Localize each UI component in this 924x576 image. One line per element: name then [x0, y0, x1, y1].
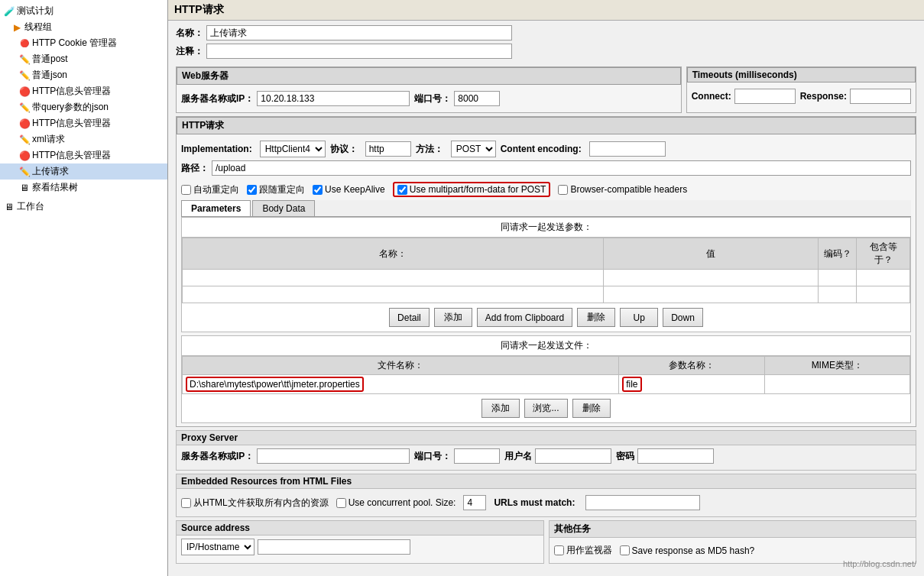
proxy-section: Proxy Server 服务器名称或IP： 端口号： 用户名 密码: [176, 430, 916, 471]
file-button-row: 添加 浏览... 删除: [182, 394, 910, 422]
path-input[interactable]: [212, 160, 911, 176]
proxy-port-label: 端口号：: [414, 450, 451, 463]
response-label: Response:: [800, 91, 847, 102]
proxy-port-input[interactable]: [454, 448, 500, 464]
delete-param-button[interactable]: 删除: [577, 308, 615, 327]
browse-button[interactable]: 浏览...: [524, 399, 567, 418]
server-label: 服务器名称或IP：: [181, 92, 254, 105]
http-info3-icon: 🔴: [18, 150, 31, 162]
proxy-server-input[interactable]: [257, 448, 410, 464]
source-ip-input[interactable]: [258, 539, 410, 555]
thread-group-icon: ▶: [11, 21, 23, 34]
xml-request-icon: ✏️: [18, 134, 31, 146]
workbench-icon: 🖥: [3, 201, 15, 213]
up-button[interactable]: Up: [620, 308, 658, 327]
sidebar-item-workbench[interactable]: 🖥 工作台: [0, 199, 167, 215]
sidebar-item-http-info3[interactable]: 🔴 HTTP信息头管理器: [0, 147, 167, 163]
sidebar-item-check-results[interactable]: 🖥 察看结果树: [0, 180, 167, 196]
method-select[interactable]: POST: [451, 141, 496, 157]
browser-headers-checkbox[interactable]: Browser-compatible headers: [558, 184, 687, 195]
file-param-name: file: [622, 377, 641, 392]
col-name-header: 名称：: [183, 238, 604, 270]
embedded-section: Embedded Resources from HTML Files 从HTML…: [176, 474, 916, 517]
proxy-username-input[interactable]: [535, 448, 611, 464]
follow-redirect-check[interactable]: [247, 185, 257, 195]
sidebar-item-label: 普通json: [32, 69, 67, 82]
delete-file-button[interactable]: 删除: [572, 399, 611, 418]
proxy-title: Proxy Server: [177, 431, 916, 445]
connect-input[interactable]: [734, 89, 796, 104]
keep-alive-check[interactable]: [313, 185, 323, 195]
check-results-icon: 🖥: [18, 182, 31, 194]
implementation-label: Implementation:: [181, 144, 252, 154]
source-type-select[interactable]: IP/Hostname: [181, 539, 255, 555]
down-button[interactable]: Down: [663, 308, 703, 327]
sidebar-item-putong-json[interactable]: ✏️ 普通json: [0, 67, 167, 83]
detail-button[interactable]: Detail: [389, 308, 430, 327]
name-input[interactable]: [206, 25, 512, 40]
params-table: 名称： 值 编码？ 包含等于？: [182, 238, 910, 303]
sidebar-item-putong-post[interactable]: ✏️ 普通post: [0, 51, 167, 67]
proxy-server-label: 服务器名称或IP：: [181, 450, 254, 463]
files-section-header: 同请求一起发送文件：: [182, 336, 910, 356]
tab-body-data[interactable]: Body Data: [252, 200, 315, 216]
multipart-check[interactable]: [397, 185, 407, 195]
proxy-password-input[interactable]: [637, 448, 714, 464]
files-table: 文件名称： 参数名称： MIME类型： D:\share\mytest\powe…: [182, 356, 910, 394]
port-input[interactable]: [454, 91, 500, 106]
concurrent-size-input[interactable]: [463, 495, 486, 510]
other-tasks-title: 其他任务: [550, 521, 916, 538]
keep-alive-checkbox[interactable]: Use KeepAlive: [313, 184, 385, 195]
query-json-icon: ✏️: [18, 102, 31, 114]
tab-parameters[interactable]: Parameters: [181, 200, 251, 216]
md5-checkbox[interactable]: Save response as MD5 hash?: [620, 545, 755, 556]
auto-redirect-check[interactable]: [181, 185, 191, 195]
monitor-checkbox[interactable]: 用作监视器: [554, 544, 612, 557]
sidebar-item-thread-group[interactable]: ▶ 线程组: [0, 19, 167, 35]
file-path-value: D:\share\mytest\power\tt\jmeter.properti…: [186, 377, 364, 392]
comment-input[interactable]: [206, 44, 512, 59]
concurrent-pool-checkbox[interactable]: Use concurrent pool. Size:: [336, 497, 456, 508]
path-label: 路径：: [181, 162, 209, 175]
protocol-input[interactable]: [365, 141, 411, 157]
md5-check[interactable]: [620, 545, 630, 555]
web-server-header: Web服务器: [177, 67, 681, 85]
sidebar-item-test-plan[interactable]: 🧪 测试计划: [0, 3, 167, 19]
add-param-button[interactable]: 添加: [434, 308, 472, 327]
col-value-header: 值: [603, 238, 818, 270]
auto-redirect-checkbox[interactable]: 自动重定向: [181, 183, 239, 196]
checkboxes-row: 自动重定向 跟随重定向 Use KeepAlive Use multipart/…: [181, 179, 911, 200]
putong-post-icon: ✏️: [18, 53, 31, 66]
urls-match-input[interactable]: [585, 495, 700, 510]
comment-label: 注释：: [176, 45, 203, 58]
multipart-checkbox[interactable]: Use multipart/form-data for POST: [393, 182, 551, 197]
sidebar-item-label: 线程组: [24, 21, 52, 34]
implementation-select[interactable]: HttpClient4: [260, 141, 326, 157]
sidebar-item-query-json[interactable]: ✏️ 带query参数的json: [0, 99, 167, 115]
response-input[interactable]: [850, 89, 911, 104]
port-label: 端口号：: [414, 92, 451, 105]
table-row: [183, 270, 910, 286]
extract-resources-checkbox[interactable]: 从HTML文件获取所有内含的资源: [181, 497, 329, 510]
follow-redirect-checkbox[interactable]: 跟随重定向: [247, 183, 305, 196]
add-file-button[interactable]: 添加: [481, 399, 520, 418]
browser-headers-check[interactable]: [558, 185, 568, 195]
sidebar-item-http-info2[interactable]: 🔴 HTTP信息头管理器: [0, 115, 167, 131]
embedded-title: Embedded Resources from HTML Files: [177, 474, 916, 489]
concurrent-pool-check[interactable]: [336, 498, 346, 508]
extract-resources-check[interactable]: [181, 498, 191, 508]
sidebar-item-http-cookie[interactable]: 🔴 HTTP Cookie 管理器: [0, 35, 167, 51]
sidebar-item-label: HTTP信息头管理器: [32, 85, 111, 98]
sidebar-item-xml-request[interactable]: ✏️ xml请求: [0, 131, 167, 147]
add-from-clipboard-button[interactable]: Add from Clipboard: [477, 308, 572, 327]
test-plan-icon: 🧪: [3, 5, 15, 18]
sidebar-item-upload-request[interactable]: ✏️ 上传请求: [0, 163, 167, 180]
monitor-check[interactable]: [554, 545, 564, 555]
putong-json-icon: ✏️: [18, 70, 31, 82]
http-info2-icon: 🔴: [18, 118, 31, 130]
sidebar-item-http-info1[interactable]: 🔴 HTTP信息头管理器: [0, 83, 167, 99]
http-info1-icon: 🔴: [18, 86, 31, 98]
server-input[interactable]: [257, 91, 410, 106]
col-encode-header: 编码？: [819, 238, 857, 270]
encoding-input[interactable]: [589, 141, 666, 157]
